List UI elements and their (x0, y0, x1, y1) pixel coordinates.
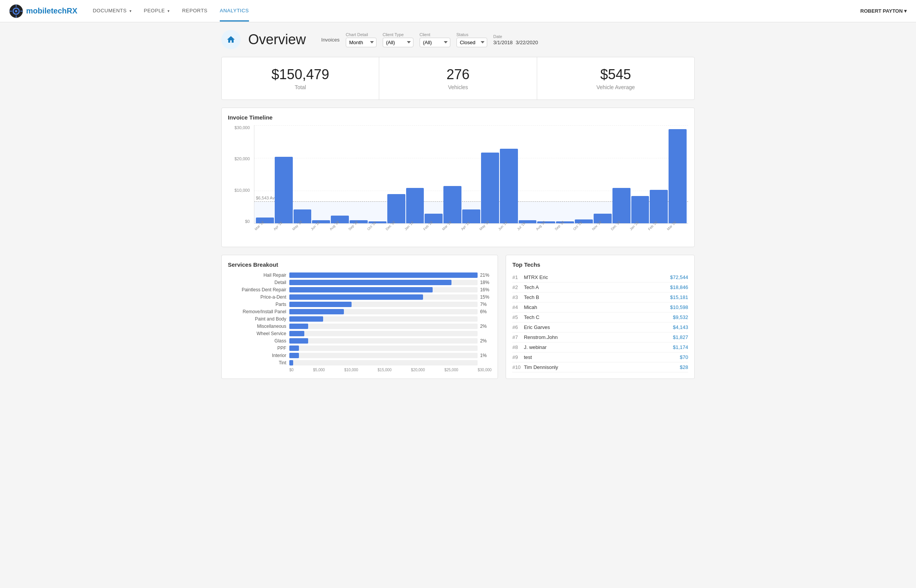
service-bar-wrap (289, 360, 478, 365)
services-x-label: $5,000 (313, 368, 325, 372)
date-start[interactable]: 3/1/2018 (493, 40, 513, 45)
service-name: Paint and Body (228, 316, 289, 322)
date-label: Date (493, 34, 538, 39)
chevron-down-icon: ▾ (168, 9, 170, 13)
main-content: Overview Invoices Chart Detail Month Wee… (212, 22, 704, 387)
service-bar-wrap (289, 324, 478, 329)
tech-rank: #1 (512, 274, 524, 280)
tech-name: Tim Dennisonly (524, 364, 680, 370)
service-row: Interior1% (228, 353, 491, 358)
client-select[interactable]: (All) (420, 38, 450, 47)
nav-user[interactable]: ROBERT PAYTON ▾ (860, 8, 907, 14)
nav-link-documents[interactable]: DOCUMENTS ▾ (93, 1, 131, 22)
avg-label: Vehicle Average (543, 84, 688, 90)
nav-link-analytics[interactable]: ANALYTICS (220, 1, 249, 22)
summary-vehicles: 276 Vehicles (379, 57, 537, 100)
tech-rank: #10 (512, 364, 524, 370)
tech-rank: #6 (512, 324, 524, 330)
vehicles-label: Vehicles (385, 84, 530, 90)
total-label: Total (228, 84, 373, 90)
bar-rect (669, 129, 687, 223)
service-name: Price-a-Dent (228, 294, 289, 300)
tech-amount: $28 (680, 364, 688, 370)
service-bar (289, 338, 308, 344)
filter-bar: Invoices Chart Detail Month Week Day Cli… (321, 32, 538, 47)
summary-total: $150,479 Total (222, 57, 379, 100)
service-pct: 16% (480, 287, 491, 292)
total-value: $150,479 (228, 66, 373, 83)
techs-list: #1MTRX Eric$72,544#2Tech A$18,846#3Tech … (512, 272, 688, 372)
chevron-down-icon: ▾ (904, 8, 907, 14)
client-type-filter: Client Type (All) (383, 32, 413, 47)
tech-rank: #4 (512, 304, 524, 310)
navbar: mobiletechRX DOCUMENTS ▾ PEOPLE ▾ REPORT… (0, 0, 916, 22)
bar-item (612, 125, 631, 223)
nav-link-reports[interactable]: REPORTS (182, 1, 207, 22)
service-bar (289, 280, 451, 285)
bar-item (275, 125, 293, 223)
services-x-label: $20,000 (411, 368, 425, 372)
bar-item (425, 125, 443, 223)
page-icon (221, 30, 241, 49)
top-techs-panel: Top Techs #1MTRX Eric$72,544#2Tech A$18,… (506, 255, 695, 379)
bar-item (575, 125, 593, 223)
service-name: PPF (228, 345, 289, 351)
client-type-select[interactable]: (All) (383, 38, 413, 47)
service-bar (289, 302, 352, 307)
tech-name: MTRX Eric (524, 274, 670, 280)
tech-name: Tech C (524, 314, 673, 320)
services-list: Hail Repair21%Detail18%Paintless Dent Re… (228, 272, 491, 365)
tech-rank: #3 (512, 294, 524, 300)
svg-point-2 (15, 10, 17, 12)
services-panel: Services Breakout Hail Repair21%Detail18… (221, 255, 498, 379)
tech-name: Eric Garves (524, 324, 673, 330)
service-name: Parts (228, 302, 289, 307)
tech-row: #8J. webinar$1,174 (512, 342, 688, 352)
tech-name: Renstrom.John (524, 334, 673, 340)
bar-item (350, 125, 368, 223)
invoice-timeline-title: Invoice Timeline (228, 114, 688, 121)
tech-amount: $1,827 (673, 334, 688, 340)
bar-item (631, 125, 649, 223)
service-name: Hail Repair (228, 272, 289, 278)
client-label: Client (420, 32, 450, 37)
service-pct: 15% (480, 294, 491, 300)
bar-item (294, 125, 312, 223)
service-pct: 18% (480, 280, 491, 285)
service-pct: 21% (480, 272, 491, 278)
services-x-label: $30,000 (478, 368, 491, 372)
tech-amount: $10,598 (670, 304, 688, 310)
nav-logo[interactable]: mobiletechRX (9, 4, 77, 18)
service-name: Detail (228, 280, 289, 285)
services-x-label: $25,000 (444, 368, 458, 372)
service-bar (289, 294, 423, 300)
tech-name: test (524, 354, 680, 360)
logo-icon (9, 4, 23, 18)
tech-row: #6Eric Garves$4,143 (512, 322, 688, 332)
bar-item (387, 125, 405, 223)
service-name: Paintless Dent Repair (228, 287, 289, 292)
tech-row: #1MTRX Eric$72,544 (512, 272, 688, 282)
service-bar-wrap (289, 338, 478, 344)
service-row: Price-a-Dent15% (228, 294, 491, 300)
tech-rank: #2 (512, 284, 524, 290)
tech-amount: $72,544 (670, 274, 688, 280)
tech-rank: #5 (512, 314, 524, 320)
date-end[interactable]: 3/22/2020 (516, 40, 538, 45)
tech-row: #2Tech A$18,846 (512, 282, 688, 292)
chart-detail-select[interactable]: Month Week Day (346, 38, 377, 47)
service-row: Miscellaneous2% (228, 324, 491, 329)
services-x-axis: $0$5,000$10,000$15,000$20,000$25,000$30,… (228, 368, 491, 372)
services-x-label: $15,000 (378, 368, 392, 372)
bar-item (443, 125, 461, 223)
service-bar (289, 309, 344, 314)
tech-name: Micah (524, 304, 670, 310)
tech-row: #3Tech B$15,181 (512, 292, 688, 302)
invoice-timeline-section: Invoice Timeline $0 $10,000 $20,000 $30,… (221, 108, 695, 247)
bar-rect (500, 149, 518, 223)
page-header: Overview Invoices Chart Detail Month Wee… (221, 30, 695, 49)
services-x-label: $0 (289, 368, 294, 372)
nav-link-people[interactable]: PEOPLE ▾ (144, 1, 170, 22)
status-select[interactable]: Closed Open (456, 38, 487, 47)
services-title: Services Breakout (228, 261, 491, 268)
